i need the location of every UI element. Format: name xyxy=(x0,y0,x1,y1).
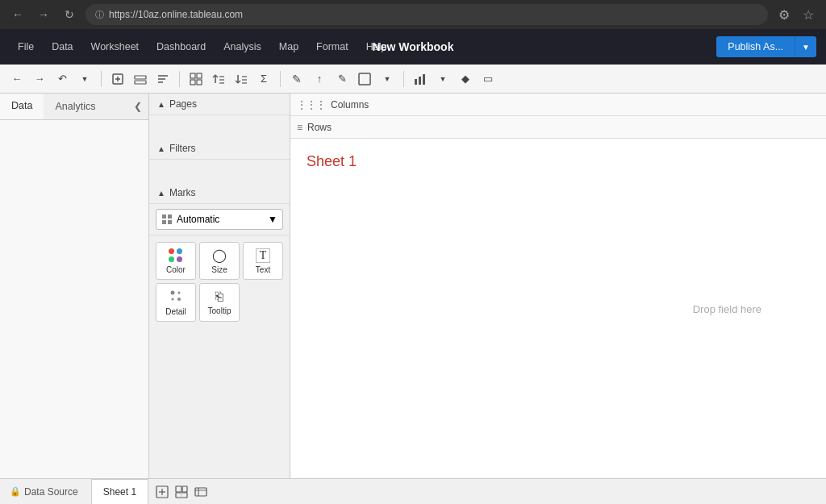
toolbar-sort-asc[interactable] xyxy=(208,69,229,90)
publish-dropdown-button[interactable]: ▼ xyxy=(795,36,816,57)
back-button[interactable]: ← xyxy=(8,5,27,24)
data-source-tab[interactable]: 🔒 Data Source xyxy=(0,483,88,501)
svg-rect-10 xyxy=(190,80,195,85)
sheet-1-tab[interactable]: Sheet 1 xyxy=(91,479,148,505)
panel-collapse-button[interactable]: ❮ xyxy=(127,98,148,115)
tab-analytics[interactable]: Analytics xyxy=(44,94,106,119)
marks-arrow-icon: ▲ xyxy=(157,189,165,198)
toolbar-add-sheet[interactable] xyxy=(107,69,128,90)
tab-data[interactable]: Data xyxy=(0,94,44,119)
svg-point-28 xyxy=(171,291,175,295)
svg-rect-21 xyxy=(415,79,417,85)
pages-section-header[interactable]: ▲ Pages xyxy=(149,94,290,115)
svg-rect-20 xyxy=(359,73,370,85)
marks-type-label: Automatic xyxy=(177,214,219,225)
toolbar-present[interactable]: ◆ xyxy=(455,69,476,90)
forward-button[interactable]: → xyxy=(34,5,53,24)
svg-rect-11 xyxy=(197,80,202,85)
menu-dashboard[interactable]: Dashboard xyxy=(148,36,214,57)
menu-map[interactable]: Map xyxy=(271,36,307,57)
publish-button[interactable]: Publish As... xyxy=(716,36,795,57)
toolbar-aggregate[interactable]: Σ xyxy=(253,69,274,90)
new-story-button[interactable] xyxy=(192,483,210,501)
menu-data[interactable]: Data xyxy=(44,36,81,57)
toolbar-chart-drop[interactable]: ▼ xyxy=(432,69,453,90)
svg-rect-36 xyxy=(182,486,187,492)
filters-section-header[interactable]: ▲ Filters xyxy=(149,138,290,160)
toolbar-swap[interactable] xyxy=(130,69,151,90)
svg-rect-9 xyxy=(197,73,202,78)
toolbar-chart[interactable] xyxy=(410,69,431,90)
marks-panel: ▲ Pages ▲ Filters ▲ Marks Automatic ▼ xyxy=(149,94,290,478)
marks-size-button[interactable]: ◯ Size xyxy=(199,242,240,280)
data-panel-body xyxy=(0,120,148,478)
marks-tooltip-button[interactable]: ⎗ Tooltip xyxy=(199,283,240,322)
svg-rect-4 xyxy=(135,81,146,84)
color-label: Color xyxy=(166,265,186,274)
marks-label: Marks xyxy=(169,187,196,198)
toolbar-sep-4 xyxy=(403,71,404,87)
toolbar-sort[interactable] xyxy=(152,69,173,90)
rows-drop-zone[interactable] xyxy=(332,117,820,138)
menu-file[interactable]: File xyxy=(10,36,42,57)
canvas-area: ⋮⋮⋮ Columns ≡ Rows Sheet 1 Drop field he… xyxy=(290,94,826,478)
sheet-title: Sheet 1 xyxy=(307,153,357,170)
sheet-tab-label: Sheet 1 xyxy=(103,486,136,498)
new-sheet-button[interactable] xyxy=(153,483,171,501)
toolbar-sep-1 xyxy=(101,71,102,87)
marks-section-header[interactable]: ▲ Marks xyxy=(149,182,290,204)
marks-text-button[interactable]: T Text xyxy=(243,242,283,280)
toolbar-frame[interactable] xyxy=(354,69,375,90)
filters-label: Filters xyxy=(169,143,196,154)
filters-arrow-icon: ▲ xyxy=(157,144,165,153)
toolbar-up[interactable]: ↑ xyxy=(309,69,330,90)
columns-drop-zone[interactable] xyxy=(369,94,820,115)
status-bar: 🔒 Data Source Sheet 1 xyxy=(0,478,826,504)
svg-rect-39 xyxy=(195,488,206,496)
toolbar-dropdown1[interactable]: ▼ xyxy=(74,69,95,90)
menu-format[interactable]: Format xyxy=(308,36,357,57)
menu-bar: File Data Worksheet Dashboard Analysis M… xyxy=(10,36,716,57)
columns-shelf[interactable]: ⋮⋮⋮ Columns xyxy=(290,94,826,116)
toolbar-edit[interactable]: ✎ xyxy=(332,69,353,90)
rows-label: Rows xyxy=(307,122,332,133)
url-bar[interactable]: ⓘ https://10az.online.tableau.com xyxy=(86,4,768,25)
app-header: File Data Worksheet Dashboard Analysis M… xyxy=(0,29,826,65)
toolbar-share[interactable]: ▭ xyxy=(478,69,499,90)
toolbar-forward[interactable]: → xyxy=(29,69,50,90)
marks-type-selector[interactable]: Automatic ▼ xyxy=(149,204,290,235)
marks-dropdown-arrow: ▼ xyxy=(268,214,277,225)
menu-worksheet[interactable]: Worksheet xyxy=(83,36,148,57)
tooltip-label: Tooltip xyxy=(208,306,232,315)
sheet-actions xyxy=(153,483,210,501)
text-label: Text xyxy=(256,265,270,274)
marks-color-button[interactable]: Color xyxy=(156,242,196,280)
bookmark-icon[interactable]: ☆ xyxy=(799,5,818,24)
marks-buttons-grid: Color ◯ Size T Text xyxy=(149,235,290,328)
marks-type-dropdown[interactable]: Automatic ▼ xyxy=(156,209,283,230)
toolbar-undo[interactable]: ↶ xyxy=(52,69,73,90)
url-text: https://10az.online.tableau.com xyxy=(109,9,243,20)
toolbar-frame-drop[interactable]: ▼ xyxy=(377,69,398,90)
marks-detail-button[interactable]: Detail xyxy=(156,283,196,322)
size-icon: ◯ xyxy=(212,248,227,263)
toolbar-highlighter[interactable]: ✎ xyxy=(286,69,307,90)
svg-rect-8 xyxy=(190,73,195,78)
left-panel: Data Analytics ❮ xyxy=(0,94,149,478)
svg-point-30 xyxy=(172,298,174,301)
rows-shelf[interactable]: ≡ Rows xyxy=(290,116,826,139)
toolbar-sort-desc[interactable] xyxy=(231,69,252,90)
toolbar-back[interactable]: ← xyxy=(6,69,27,90)
drop-hint: Drop field here xyxy=(693,302,761,314)
size-label: Size xyxy=(211,265,227,274)
menu-analysis[interactable]: Analysis xyxy=(215,36,269,57)
svg-rect-26 xyxy=(162,220,166,224)
settings-icon[interactable]: ⚙ xyxy=(774,5,794,24)
detail-icon xyxy=(169,289,183,305)
refresh-button[interactable]: ↻ xyxy=(60,5,79,24)
canvas-workspace[interactable]: Sheet 1 Drop field here xyxy=(290,139,826,478)
svg-rect-3 xyxy=(135,76,146,79)
new-dashboard-button[interactable] xyxy=(173,483,190,501)
rows-icon: ≡ xyxy=(297,122,302,133)
toolbar-group-btn[interactable] xyxy=(186,69,206,90)
